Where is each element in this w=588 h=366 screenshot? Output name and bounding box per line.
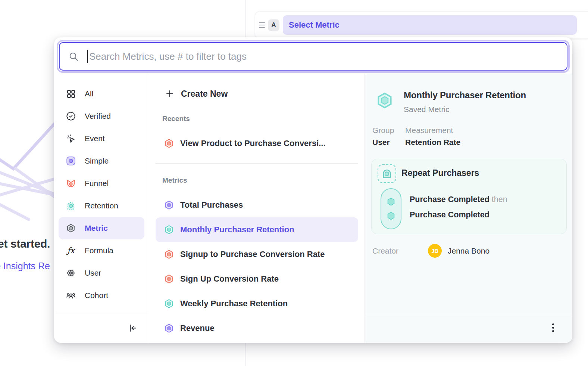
search-box[interactable] [59, 42, 567, 71]
sidebar-item-event[interactable]: Event [54, 127, 149, 150]
detail-subtitle: Saved Metric [404, 105, 450, 114]
more-options-kebab-icon[interactable] [548, 321, 558, 334]
search-bar [57, 40, 570, 73]
definition-step-2: Purchase Completed [410, 210, 490, 220]
sidebar-item-label: All [85, 89, 93, 98]
group-value: User [372, 138, 390, 147]
step1-event-name: Purchase Completed [410, 195, 490, 204]
event-cursor-icon [66, 134, 76, 143]
user-cluster-icon [66, 268, 76, 278]
measurement-label: Measurement [405, 126, 453, 135]
sidebar-item-metric[interactable]: Metric [59, 217, 144, 239]
sidebar-item-verified[interactable]: Verified [54, 105, 149, 127]
definition-title: Repeat Purchasers [401, 168, 479, 178]
teal-metric-hexagon-icon [164, 225, 174, 235]
retention-definition-icon [378, 164, 396, 183]
metric-item-label: Monthly Purchaser Retention [180, 225, 294, 235]
verified-badge-icon [66, 111, 76, 121]
step-hexagon-icon [386, 211, 396, 221]
collapse-sidebar-icon[interactable] [128, 323, 138, 333]
metric-list-item[interactable]: Total Purchases [149, 193, 365, 217]
background-headline-fragment: et started. [0, 238, 50, 250]
metric-list-item[interactable]: Weekly Purchase Retention [149, 291, 365, 316]
funnel-metric-hexagon-icon [164, 139, 174, 148]
teal-metric-hexagon-icon [164, 299, 174, 308]
definition-card: Repeat Purchasers Purchase Completed the… [371, 159, 567, 234]
sidebar-footer [54, 313, 149, 343]
sidebar-item-label: User [85, 269, 101, 277]
select-metric-button[interactable]: Select Metric [283, 15, 577, 35]
sidebar-item-label: Cohort [85, 291, 108, 300]
retention-icon [66, 201, 76, 211]
metric-list-panel: Create New Recents View Product to Purch… [149, 74, 365, 343]
definition-step-1: Purchase Completed then [410, 195, 507, 204]
grid-icon [66, 89, 76, 99]
metric-item-label: Weekly Purchase Retention [180, 299, 288, 308]
creator-avatar[interactable]: JB [428, 244, 442, 258]
detail-title: Monthly Purchaser Retention [404, 90, 526, 100]
create-new-label: Create New [181, 89, 228, 99]
sidebar-item-label: Formula [85, 246, 113, 255]
insights-report-link-fragment[interactable]: e Insights Re [0, 261, 50, 272]
funnel-steps-capsule [381, 188, 401, 229]
metric-detail-panel: Monthly Purchaser Retention Saved Metric… [365, 74, 572, 343]
sidebar-item-user[interactable]: User [54, 262, 149, 284]
creator-label: Creator [372, 246, 398, 255]
search-icon [69, 52, 79, 62]
sidebar-item-all[interactable]: All [54, 83, 149, 105]
cohort-people-icon [66, 291, 76, 300]
query-row-card: A Select Metric [255, 11, 588, 39]
metric-hexagon-icon [66, 223, 76, 233]
sidebar-item-label: Metric [85, 224, 108, 233]
funnel-icon [66, 179, 76, 188]
creator-name: Jenna Bono [448, 246, 490, 255]
sidebar-item-cohort[interactable]: Cohort [54, 284, 149, 307]
app-canvas: et started. e Insights Re A Select Metri… [0, 0, 588, 366]
sidebar-item-label: Retention [85, 201, 118, 210]
metric-list-item-selected[interactable]: Monthly Purchaser Retention [156, 217, 358, 242]
plus-icon [165, 89, 174, 98]
sidebar-item-simple[interactable]: Simple [54, 150, 149, 172]
saved-metric-hexagon-icon [376, 92, 393, 109]
metric-item-label: Sign Up Conversion Rate [180, 274, 279, 284]
coral-metric-hexagon-icon [164, 249, 174, 259]
metric-item-label: Revenue [180, 323, 215, 333]
sidebar-item-funnel[interactable]: Funnel [54, 172, 149, 195]
metric-item-label: Total Purchases [180, 200, 243, 210]
search-input[interactable] [89, 51, 558, 62]
purple-metric-hexagon-icon [164, 200, 174, 210]
coral-metric-hexagon-icon [164, 274, 174, 284]
simple-metric-icon [66, 156, 76, 166]
step-hexagon-icon [386, 197, 396, 207]
recent-item[interactable]: View Product to Purchase Conversi... [149, 131, 365, 156]
drag-handle-icon[interactable] [259, 22, 265, 28]
metric-list-item[interactable]: Revenue [149, 316, 365, 341]
list-divider [156, 163, 358, 164]
sidebar-item-label: Event [85, 134, 105, 143]
query-letter-badge[interactable]: A [268, 19, 279, 31]
purple-metric-hexagon-icon [164, 323, 174, 333]
metric-list-item[interactable]: Signup to Purchase Conversion Rate [149, 242, 365, 267]
formula-fx-icon: ƒx [66, 246, 76, 255]
measurement-value: Retention Rate [405, 138, 460, 147]
sidebar-item-label: Funnel [85, 179, 109, 188]
sidebar-item-retention[interactable]: Retention [54, 195, 149, 217]
sidebar-item-label: Verified [85, 112, 111, 121]
recent-item-label: View Product to Purchase Conversi... [180, 139, 326, 148]
sidebar-item-label: Simple [85, 156, 109, 165]
group-label: Group [372, 126, 394, 135]
recents-section-label: Recents [162, 115, 365, 124]
detail-footer-divider [365, 314, 572, 314]
filter-sidebar: All Verified [54, 74, 149, 343]
metrics-section-label: Metrics [162, 176, 365, 185]
sidebar-item-formula[interactable]: ƒx Formula [54, 239, 149, 262]
metric-picker-modal: All Verified [54, 37, 572, 343]
metric-item-label: Signup to Purchase Conversion Rate [180, 249, 325, 259]
metric-list-item[interactable]: Sign Up Conversion Rate [149, 267, 365, 291]
text-cursor [87, 50, 88, 63]
create-new-button[interactable]: Create New [149, 83, 365, 105]
step-connector: then [492, 195, 507, 204]
